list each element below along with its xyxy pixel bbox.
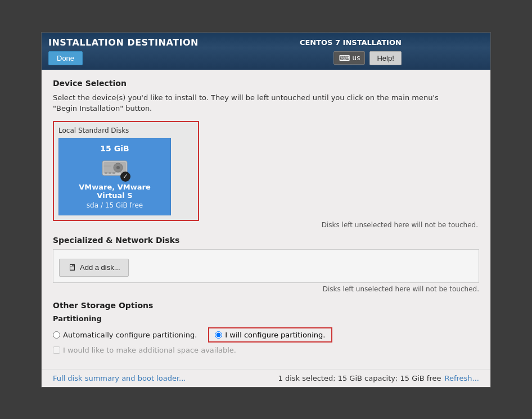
other-storage-title: Other Storage Options [53, 301, 479, 310]
local-disks-label: Local Standard Disks [58, 127, 193, 134]
keyboard-indicator[interactable]: ⌨ us [333, 51, 365, 65]
keyboard-icon: ⌨ [339, 53, 350, 62]
page-title: INSTALLATION DESTINATION [48, 37, 199, 48]
add-disk-icon: 🖥 [67, 263, 76, 273]
manual-partition-radio[interactable] [215, 331, 222, 339]
disk-meta: sda / 15 GiB free [65, 201, 165, 209]
help-button[interactable]: Help! [369, 51, 401, 65]
status-text: 1 disk selected; 15 GiB capacity; 15 GiB… [278, 374, 441, 382]
svg-rect-6 [112, 172, 115, 174]
additional-space-option[interactable]: I would like to make additional space av… [53, 346, 479, 354]
svg-rect-5 [109, 172, 111, 174]
device-selection-section: Device Selection Select the device(s) yo… [53, 79, 479, 229]
disk-size: 15 GiB [65, 144, 165, 153]
additional-space-checkbox[interactable] [53, 346, 60, 354]
done-button[interactable]: Done [48, 51, 83, 65]
svg-rect-4 [105, 172, 107, 174]
disk-icon [101, 157, 128, 179]
manual-partition-label: I will configure partitioning. [225, 331, 325, 339]
svg-point-3 [116, 166, 120, 169]
disk-card[interactable]: 15 GiB [58, 138, 171, 215]
specialized-box: 🖥 Add a disk... [53, 249, 479, 283]
other-storage-section: Other Storage Options Partitioning Autom… [53, 301, 479, 354]
partitioning-label: Partitioning [53, 314, 479, 323]
additional-space-label: I would like to make additional space av… [63, 346, 236, 354]
device-selection-title: Device Selection [53, 79, 479, 88]
device-selection-description: Select the device(s) you'd like to insta… [53, 92, 479, 114]
keyboard-lang: us [353, 54, 360, 62]
refresh-link[interactable]: Refresh... [445, 374, 480, 382]
auto-partition-radio[interactable] [53, 331, 60, 339]
specialized-label: Specialized & Network Disks [53, 236, 479, 245]
specialized-section: Specialized & Network Disks 🖥 Add a disk… [53, 236, 479, 293]
specialized-hint: Disks left unselected here will not be t… [53, 285, 479, 293]
disk-name: VMware, VMware Virtual S [65, 183, 165, 200]
local-disks-container: Local Standard Disks 15 GiB [53, 121, 199, 221]
full-disk-summary-link[interactable]: Full disk summary and boot loader... [53, 374, 186, 382]
add-disk-button[interactable]: 🖥 Add a disk... [59, 259, 129, 277]
footer-status: 1 disk selected; 15 GiB capacity; 15 GiB… [278, 374, 479, 382]
svg-rect-7 [103, 165, 111, 167]
auto-partition-label: Automatically configure partitioning. [63, 331, 197, 339]
manual-partition-option[interactable]: I will configure partitioning. [208, 327, 332, 343]
footer: Full disk summary and boot loader... 1 d… [42, 369, 490, 387]
local-disks-hint: Disks left unselected here will not be t… [53, 221, 479, 229]
auto-partition-option[interactable]: Automatically configure partitioning. [53, 331, 197, 339]
centos-title: CENTOS 7 INSTALLATION [300, 38, 402, 47]
selected-check-badge [120, 172, 130, 182]
partitioning-radio-group: Automatically configure partitioning. I … [53, 327, 479, 343]
